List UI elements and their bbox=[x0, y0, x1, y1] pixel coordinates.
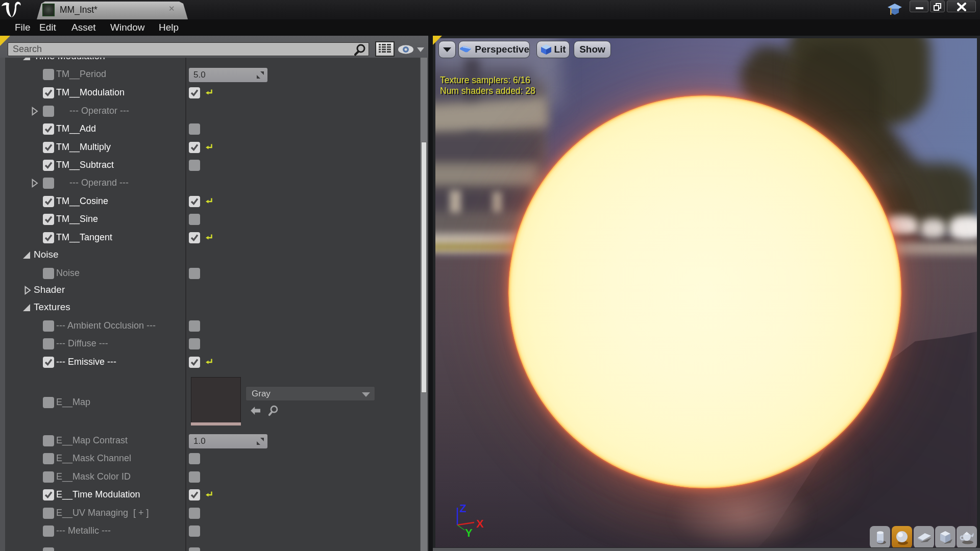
svg-text:Y: Y bbox=[465, 527, 473, 539]
svg-text:X: X bbox=[476, 517, 484, 530]
svg-text:Z: Z bbox=[459, 502, 466, 515]
